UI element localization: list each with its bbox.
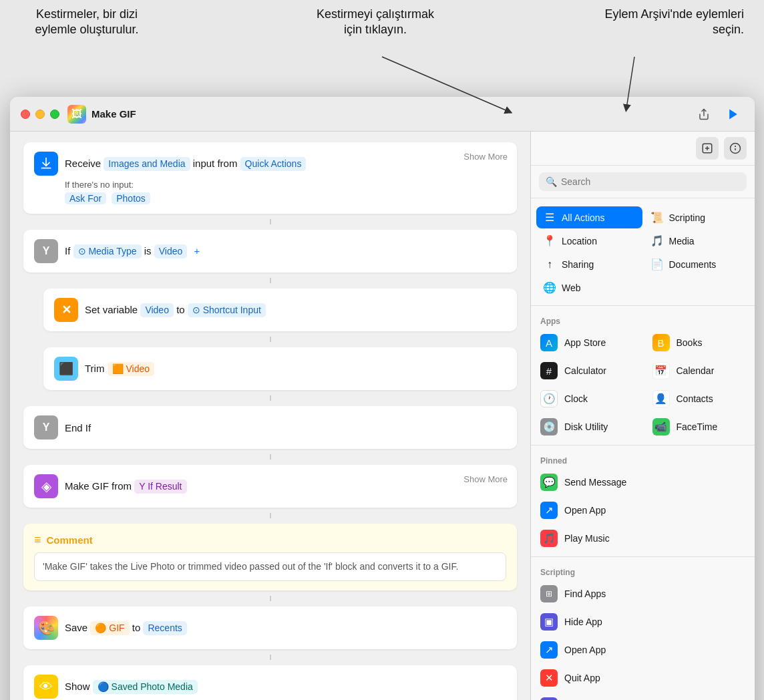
split-screen-icon: ⬛ <box>540 697 558 700</box>
all-actions-icon: ☰ <box>543 211 556 224</box>
share-button[interactable] <box>693 104 715 125</box>
annotation-center: Kestirmeyi çalıştırmak için tıklayın. <box>309 7 442 38</box>
category-location[interactable]: 📍 Location <box>536 230 642 252</box>
make-gif-show-more[interactable]: Show More <box>463 474 508 484</box>
sv-text-mid: to <box>176 304 188 315</box>
receive-tag-quick-actions[interactable]: Quick Actions <box>240 157 307 172</box>
open-app-icon: ↗ <box>540 641 558 659</box>
search-input[interactable] <box>561 176 740 187</box>
receive-block[interactable]: Receive Images and Media input from Quic… <box>23 142 517 214</box>
action-open-app[interactable]: ↗ Open App <box>531 636 755 664</box>
disk-utility-label: Disk Utility <box>564 421 608 432</box>
category-scripting[interactable]: 📜 Scripting <box>644 206 750 228</box>
comment-header: ≡ Comment <box>34 533 506 547</box>
category-location-label: Location <box>562 236 597 246</box>
titlebar-actions <box>693 104 744 125</box>
if-plus[interactable]: + <box>194 245 200 256</box>
category-all-actions-label: All Actions <box>562 212 605 223</box>
category-media[interactable]: 🎵 Media <box>644 230 750 252</box>
action-hide-app[interactable]: ▣ Hide App <box>531 608 755 636</box>
run-button[interactable] <box>723 104 744 125</box>
calendar-icon: 📅 <box>652 362 670 379</box>
category-documents[interactable]: 📄 Documents <box>644 253 750 275</box>
connector-3 <box>270 337 271 342</box>
category-media-label: Media <box>669 236 695 246</box>
close-button[interactable] <box>21 110 30 119</box>
category-sharing[interactable]: ↑ Sharing <box>536 253 642 275</box>
set-variable-block[interactable]: ✕ Set variable Video to ⊙ Shortcut Input <box>43 289 517 331</box>
trim-tag-video[interactable]: 🟧 Video <box>108 362 154 377</box>
save-block[interactable]: 🎨 Save 🟠 GIF to Recents <box>23 606 517 649</box>
category-grid: ☰ All Actions 📜 Scripting 📍 Location 🎵 M… <box>531 204 755 301</box>
end-if-content: End If <box>65 421 506 435</box>
category-scripting-label: Scripting <box>669 212 705 223</box>
receive-show-more[interactable]: Show More <box>463 152 508 162</box>
receive-tag-images[interactable]: Images and Media <box>104 157 190 172</box>
scripting-icon: 📜 <box>650 211 664 224</box>
sv-tag-video[interactable]: Video <box>140 303 174 318</box>
save-tag-recents[interactable]: Recents <box>143 621 186 636</box>
books-icon: B <box>652 334 670 351</box>
connector-4 <box>270 395 271 401</box>
category-all-actions[interactable]: ☰ All Actions <box>536 206 642 228</box>
app-icon: 🖼 <box>67 105 86 124</box>
if-tag-media-type[interactable]: ⊙ Media Type <box>73 244 142 259</box>
comment-label: Comment <box>47 534 93 546</box>
facetime-label: FaceTime <box>677 421 718 432</box>
add-action-button[interactable] <box>696 137 719 160</box>
action-facetime[interactable]: 📹 FaceTime <box>643 413 755 441</box>
end-if-block[interactable]: Y End If <box>23 406 517 449</box>
contacts-icon: 👤 <box>652 390 670 407</box>
receive-ask-for[interactable]: Ask For <box>65 192 106 204</box>
sv-tag-shortcut[interactable]: ⊙ Shortcut Input <box>188 303 266 318</box>
receive-photos[interactable]: Photos <box>112 192 150 204</box>
comment-block[interactable]: ≡ Comment 'Make GIF' takes the Live Phot… <box>23 524 517 590</box>
action-clock[interactable]: 🕐 Clock <box>531 385 643 413</box>
info-button[interactable] <box>724 137 747 160</box>
action-books[interactable]: B Books <box>643 329 755 357</box>
end-if-icon: Y <box>34 415 58 440</box>
trim-content: Trim 🟧 Video <box>85 361 506 377</box>
if-tag-video[interactable]: Video <box>154 244 188 259</box>
receive-content: Receive Images and Media input from Quic… <box>65 156 506 172</box>
if-text-pre: If <box>65 245 73 256</box>
set-variable-content: Set variable Video to ⊙ Shortcut Input <box>85 303 506 318</box>
comment-text: 'Make GIF' takes the Live Photo or trimm… <box>34 552 506 581</box>
connector-1 <box>270 219 271 224</box>
action-calculator[interactable]: # Calculator <box>531 357 643 385</box>
action-app-store[interactable]: A App Store <box>531 329 643 357</box>
minimize-button[interactable] <box>35 110 45 119</box>
show-block[interactable]: 👁 Show 🔵 Saved Photo Media <box>23 665 517 700</box>
divider-1 <box>531 305 755 306</box>
trim-block[interactable]: ⬛ Trim 🟧 Video <box>43 347 517 390</box>
trim-icon: ⬛ <box>54 357 78 381</box>
action-find-apps[interactable]: ⊞ Find Apps <box>531 580 755 608</box>
connector-5 <box>270 454 271 460</box>
save-tag-gif[interactable]: 🟠 GIF <box>90 621 129 636</box>
action-open-app-pinned[interactable]: ↗ Open App <box>531 496 755 524</box>
maximize-button[interactable] <box>50 110 59 119</box>
action-send-message[interactable]: 💬 Send Message <box>531 468 755 496</box>
scripting-section-label: Scripting <box>531 561 755 580</box>
action-contacts[interactable]: 👤 Contacts <box>643 385 755 413</box>
if-block[interactable]: Y If ⊙ Media Type is Video + <box>23 230 517 273</box>
make-gif-block[interactable]: ◈ Make GIF from Y If Result Show More <box>23 465 517 508</box>
actions-list: ☰ All Actions 📜 Scripting 📍 Location 🎵 M… <box>531 198 755 700</box>
open-app-pinned-icon: ↗ <box>540 502 558 519</box>
action-calendar[interactable]: 📅 Calendar <box>643 357 755 385</box>
action-split-screen[interactable]: ⬛ Split Screen Apps <box>531 692 755 700</box>
action-play-music[interactable]: 🎵 Play Music <box>531 524 755 552</box>
action-quit-app[interactable]: ✕ Quit App <box>531 664 755 692</box>
apps-grid: A App Store B Books # Calculator 📅 Calen… <box>531 329 755 441</box>
contacts-label: Contacts <box>677 393 713 404</box>
end-if-text: End If <box>65 422 91 433</box>
main-window: 🖼 Make GIF <box>10 97 755 700</box>
comment-icon: ≡ <box>34 533 41 547</box>
show-tag-media[interactable]: 🔵 Saved Photo Media <box>93 680 198 695</box>
make-gif-tag-result[interactable]: Y If Result <box>134 480 186 494</box>
category-web[interactable]: 🌐 Web <box>536 277 642 299</box>
annotation-right: Eylem Arşivi'nde eylemleri seçin. <box>597 7 744 38</box>
action-disk-utility[interactable]: 💿 Disk Utility <box>531 413 643 441</box>
clock-icon: 🕐 <box>540 390 558 407</box>
divider-2 <box>531 445 755 446</box>
